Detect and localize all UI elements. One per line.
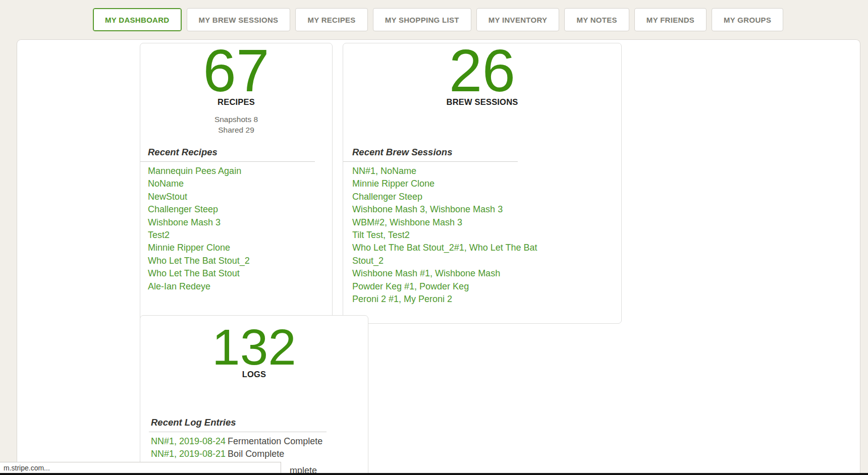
logs-card: 132 LOGS Recent Log Entries NN#1, 2019-0…: [140, 315, 368, 475]
window-bottom-edge: [0, 473, 868, 475]
recipe-link[interactable]: NewStout: [148, 191, 326, 203]
brew-sessions-count: 26: [343, 40, 621, 102]
log-entry-link[interactable]: NN#1, 2019-08-24: [151, 436, 226, 446]
snapshots-stat: Snapshots 8: [140, 114, 332, 125]
nav-tab[interactable]: MY INVENTORY: [476, 8, 560, 31]
logs-count: 132: [140, 321, 368, 374]
nav-tab[interactable]: MY DASHBOARD: [93, 8, 182, 31]
brew-session-link[interactable]: Challenger Steep: [352, 191, 554, 203]
status-url-text: m.stripe.com...: [4, 464, 50, 472]
recent-recipes-list: Mannequin Pees AgainNoNameNewStoutChalle…: [148, 165, 326, 293]
recipes-substats: Snapshots 8 Shared 29: [140, 114, 332, 135]
brew-session-link[interactable]: Powder Keg #1, Powder Keg: [352, 280, 554, 293]
recipe-link[interactable]: Mannequin Pees Again: [148, 165, 326, 177]
brew-session-link[interactable]: Tilt Test, Test2: [352, 229, 554, 242]
recent-brew-sessions-section: Recent Brew Sessions NN#1, NoNameMinnie …: [352, 147, 615, 306]
nav-tab[interactable]: MY BREW SESSIONS: [187, 8, 291, 31]
recent-brew-sessions-list: NN#1, NoNameMinnie Ripper CloneChallenge…: [352, 165, 615, 306]
recipe-link[interactable]: Who Let The Bat Stout: [148, 267, 326, 280]
nav-tab[interactable]: MY NOTES: [564, 8, 629, 31]
brew-session-link[interactable]: Minnie Ripper Clone: [352, 177, 554, 190]
shared-stat: Shared 29: [140, 125, 332, 135]
log-entry-text: Boil Complete: [228, 449, 284, 459]
recipes-card-label: RECIPES: [140, 97, 332, 107]
recent-recipes-section: Recent Recipes Mannequin Pees AgainNoNam…: [148, 147, 326, 293]
brew-session-link[interactable]: Who Let The Bat Stout_2#1, Who Let The B…: [352, 242, 554, 267]
brew-session-link[interactable]: Wishbone Mash 3, Wishbone Mash 3: [352, 203, 554, 216]
recent-recipes-heading: Recent Recipes: [148, 147, 326, 158]
recipe-link[interactable]: Test2: [148, 229, 326, 242]
recipe-link[interactable]: NoName: [148, 177, 326, 190]
brew-session-link[interactable]: NN#1, NoName: [352, 165, 554, 177]
log-entry-text: Fermentation Complete: [228, 436, 322, 446]
recipes-count: 67: [140, 40, 332, 102]
log-entry-link[interactable]: NN#1, 2019-08-21: [151, 449, 226, 459]
nav-tab[interactable]: MY GROUPS: [712, 8, 783, 31]
divider: [140, 161, 315, 162]
recipe-link[interactable]: Minnie Ripper Clone: [148, 242, 326, 254]
log-entry: NN#1, 2019-08-24Fermentation Complete: [151, 435, 362, 448]
brew-session-link[interactable]: WBM#2, Wishbone Mash 3: [352, 216, 554, 229]
nav-tab[interactable]: MY SHOPPING LIST: [373, 8, 471, 31]
brew-session-link[interactable]: Wishbone Mash #1, Wishbone Mash: [352, 267, 554, 280]
recipes-card: 67 RECIPES Snapshots 8 Shared 29 Recent …: [140, 43, 333, 321]
recipe-link[interactable]: Challenger Steep: [148, 203, 326, 216]
brew-sessions-card-label: BREW SESSIONS: [343, 97, 621, 107]
brew-session-link[interactable]: Peroni 2 #1, My Peroni 2: [352, 293, 554, 306]
dashboard-tabs: MY DASHBOARDMY BREW SESSIONSMY RECIPESMY…: [93, 8, 783, 31]
recent-log-entries-heading: Recent Log Entries: [151, 417, 362, 428]
divider: [343, 161, 518, 162]
recipe-link[interactable]: Wishbone Mash 3: [148, 216, 326, 229]
logs-card-label: LOGS: [140, 370, 368, 379]
nav-tab[interactable]: MY RECIPES: [295, 8, 367, 31]
nav-tab[interactable]: MY FRIENDS: [634, 8, 707, 31]
brew-sessions-card: 26 BREW SESSIONS Recent Brew Sessions NN…: [343, 43, 622, 324]
recipe-link[interactable]: Who Let The Bat Stout_2: [148, 255, 326, 267]
recipe-link[interactable]: Ale-Ian Redeye: [148, 280, 326, 293]
browser-status-tooltip: m.stripe.com...: [0, 462, 281, 473]
recent-brew-sessions-heading: Recent Brew Sessions: [352, 147, 615, 158]
divider: [149, 432, 327, 432]
log-entry: NN#1, 2019-08-21Boil Complete: [151, 448, 362, 460]
